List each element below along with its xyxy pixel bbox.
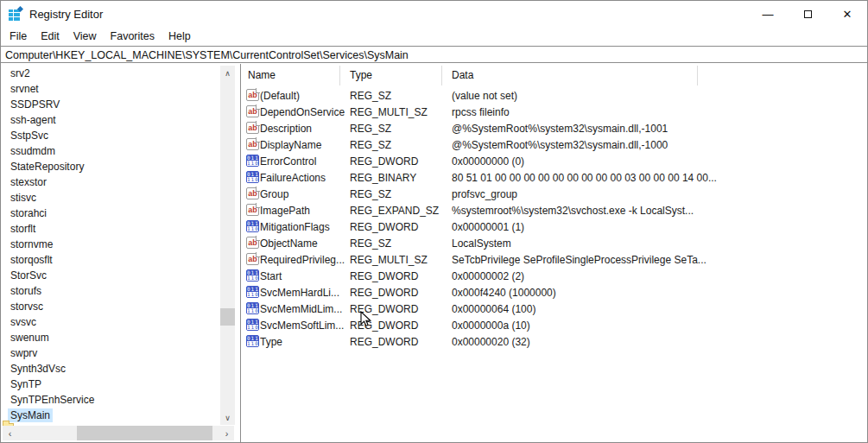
tree-item-storahci[interactable]: storahci <box>1 206 219 221</box>
value-name: SvcMemMidLim... <box>260 301 346 317</box>
registry-grid-icon <box>9 9 20 21</box>
value-type: REG_SZ <box>350 120 447 136</box>
registry-value-row[interactable]: abRequiredPrivileg...REG_MULTI_SZSeTcbPr… <box>241 251 867 268</box>
tree-item-ssh-agent[interactable]: ssh-agent <box>1 112 219 128</box>
tree-item-synth3dvsc[interactable]: Synth3dVsc <box>1 361 219 377</box>
registry-value-row[interactable]: 011110SvcMemHardLi...REG_DWORD0x000f4240… <box>241 284 867 301</box>
scroll-down-icon[interactable]: ∨ <box>220 410 235 425</box>
tree-item-label: svsvc <box>8 315 39 329</box>
binary-value-icon: 011110 <box>246 269 259 282</box>
value-type: REG_SZ <box>350 186 447 202</box>
value-type: REG_SZ <box>350 87 447 104</box>
registry-value-row[interactable]: abDependOnServiceREG_MULTI_SZrpcss filei… <box>241 104 867 120</box>
tree-item-storvsc[interactable]: storvsc <box>1 299 219 314</box>
value-name: MitigationFlags <box>260 218 346 235</box>
column-separator[interactable] <box>697 66 698 85</box>
tree-item-svsvc[interactable]: svsvc <box>1 314 219 330</box>
tree-item-storqosflt[interactable]: storqosflt <box>1 252 219 268</box>
value-data: 0x00000020 (32) <box>452 333 858 350</box>
maximize-button[interactable] <box>788 1 827 27</box>
registry-value-row[interactable]: abImagePathREG_EXPAND_SZ%systemroot%\sys… <box>241 202 867 218</box>
scroll-up-icon[interactable]: ∧ <box>220 66 235 80</box>
tree-item-storflt[interactable]: storflt <box>1 221 219 237</box>
value-list: ab(Default)REG_SZ(value not set)abDepend… <box>241 87 867 350</box>
binary-value-icon: 011110 <box>246 220 259 232</box>
title-bar: Registry Editor — ✕ <box>1 1 867 27</box>
tree-item-stexstor[interactable]: stexstor <box>1 174 219 190</box>
value-type: REG_DWORD <box>350 268 447 284</box>
value-name: RequiredPrivileg... <box>260 251 346 268</box>
tree-item-label: storflt <box>8 222 38 236</box>
registry-value-row[interactable]: 011110ErrorControlREG_DWORD0x00000000 (0… <box>241 153 867 169</box>
column-separator[interactable] <box>339 66 340 85</box>
registry-value-row[interactable]: 011110SvcMemMidLim...REG_DWORD0x00000064… <box>241 301 867 317</box>
menu-item-edit[interactable]: Edit <box>34 28 67 44</box>
maximize-icon <box>804 10 812 18</box>
column-header-data[interactable]: Data <box>452 64 473 86</box>
minimize-button[interactable]: — <box>748 1 788 27</box>
menu-item-view[interactable]: View <box>67 28 104 44</box>
tree-item-syntpenhservice[interactable]: SynTPEnhService <box>1 392 219 408</box>
column-header-type[interactable]: Type <box>350 64 372 86</box>
tree-item-label: SysMain <box>8 408 53 422</box>
close-button[interactable]: ✕ <box>827 1 867 27</box>
tree-item-staterepository[interactable]: StateRepository <box>1 159 219 174</box>
tree-item-sysmain[interactable]: SysMain <box>1 408 219 423</box>
registry-value-row[interactable]: 011110TypeREG_DWORD0x00000020 (32) <box>241 333 867 350</box>
binary-value-icon: 011110 <box>246 171 259 183</box>
registry-value-row[interactable]: abDescriptionREG_SZ@%SystemRoot%\system3… <box>241 120 867 136</box>
registry-value-row[interactable]: 011110MitigationFlagsREG_DWORD0x00000001… <box>241 218 867 235</box>
tree-item-srv2[interactable]: srv2 <box>1 66 219 81</box>
tree-item-label: storqosflt <box>8 253 55 267</box>
registry-value-row[interactable]: 011110FailureActionsREG_BINARY80 51 01 0… <box>241 169 867 186</box>
value-name: ObjectName <box>260 235 346 251</box>
tree-item-label: storvsc <box>8 300 46 313</box>
tree-item-ssdpsrv[interactable]: SSDPSRV <box>1 97 219 112</box>
menu-item-favorites[interactable]: Favorites <box>104 28 162 44</box>
value-data: %systemroot%\system32\svchost.exe -k Loc… <box>452 202 858 218</box>
column-separator[interactable] <box>441 66 442 85</box>
registry-value-row[interactable]: abGroupREG_SZprofsvc_group <box>241 186 867 202</box>
tree-hscroll-thumb[interactable] <box>77 426 212 440</box>
registry-value-row[interactable]: 011110StartREG_DWORD0x00000002 (2) <box>241 268 867 284</box>
value-data: 0x00000002 (2) <box>452 268 858 284</box>
tree-vscroll-thumb[interactable] <box>220 308 235 326</box>
tree-item-swenum[interactable]: swenum <box>1 330 219 345</box>
binary-value-icon: 011110 <box>246 319 259 331</box>
tree-item-label: stisvc <box>8 191 39 205</box>
window-controls: — ✕ <box>748 1 867 27</box>
registry-value-row[interactable]: ab(Default)REG_SZ(value not set) <box>241 87 867 104</box>
tree-item-label: swprv <box>8 346 40 360</box>
registry-value-row[interactable]: abDisplayNameREG_SZ@%SystemRoot%\system3… <box>241 136 867 153</box>
string-value-icon: ab <box>246 204 259 216</box>
value-data: rpcss fileinfo <box>452 104 858 120</box>
tree-horizontal-scrollbar[interactable]: ‹ › <box>3 426 234 440</box>
tree-item-storsvc[interactable]: StorSvc <box>1 268 219 283</box>
registry-value-row[interactable]: abObjectNameREG_SZLocalSystem <box>241 235 867 251</box>
tree-item-sstpsvc[interactable]: SstpSvc <box>1 128 219 143</box>
tree-item-stisvc[interactable]: stisvc <box>1 190 219 206</box>
tree-item-ssudmdm[interactable]: ssudmdm <box>1 143 219 159</box>
column-header-name[interactable]: Name <box>248 64 276 86</box>
scroll-left-icon[interactable]: ‹ <box>3 426 17 440</box>
tree-item-swprv[interactable]: swprv <box>1 345 219 361</box>
tree-vertical-scrollbar[interactable]: ∧ ∨ <box>220 66 235 425</box>
menu-item-help[interactable]: Help <box>162 28 198 44</box>
scroll-right-icon[interactable]: › <box>219 426 234 440</box>
value-type: REG_MULTI_SZ <box>350 251 447 268</box>
tree-item-syntp[interactable]: SynTP <box>1 377 219 392</box>
value-name: Description <box>260 120 346 136</box>
value-name: FailureActions <box>260 169 346 186</box>
value-data: @%SystemRoot%\system32\sysmain.dll,-1001 <box>452 120 858 136</box>
tree-item-srvnet[interactable]: srvnet <box>1 81 219 97</box>
address-input[interactable] <box>1 47 867 63</box>
binary-value-icon: 011110 <box>246 155 259 167</box>
string-value-icon: ab <box>246 237 259 249</box>
value-type: REG_DWORD <box>350 218 447 235</box>
tree-item-storufs[interactable]: storufs <box>1 283 219 299</box>
value-type: REG_DWORD <box>350 301 447 317</box>
tree-item-stornvme[interactable]: stornvme <box>1 237 219 252</box>
menu-item-file[interactable]: File <box>3 28 34 44</box>
registry-value-row[interactable]: 011110SvcMemSoftLim...REG_DWORD0x0000000… <box>241 317 867 333</box>
tree-item-label: storufs <box>8 284 44 298</box>
